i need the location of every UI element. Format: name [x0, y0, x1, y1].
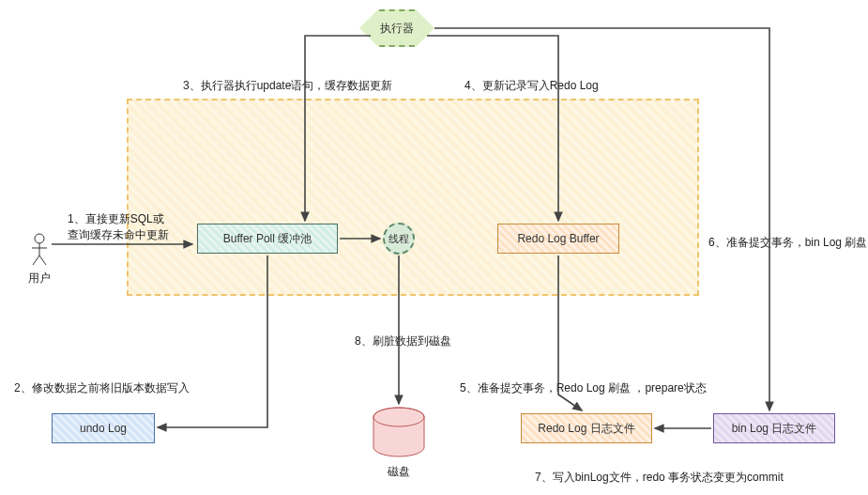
step-2-label: 2、修改数据之前将旧版本数据写入 — [14, 380, 190, 396]
redo-file-label: Redo Log 日志文件 — [538, 421, 634, 437]
step-6-label: 6、准备提交事务，bin Log 刷盘 — [708, 235, 867, 251]
redo-buffer-label: Redo Log Buffer — [517, 232, 599, 245]
buffer-pool-node: Buffer Poll 缓冲池 — [197, 224, 338, 254]
memory-area-container — [127, 99, 699, 296]
diagram-canvas: 执行器 用户 Buffer Poll 缓冲池 线程 Redo Log Buffe… — [0, 0, 868, 495]
disk-node — [371, 406, 427, 462]
step-3-label: 3、执行器执行update语句，缓存数据更新 — [183, 78, 392, 94]
executor-node: 执行器 — [359, 9, 434, 47]
undo-log-node: undo Log — [52, 413, 155, 443]
svg-point-0 — [35, 234, 44, 243]
user-actor — [30, 233, 49, 267]
bin-file-label: bin Log 日志文件 — [732, 421, 817, 437]
executor-label: 执行器 — [380, 21, 414, 37]
redo-buffer-node: Redo Log Buffer — [497, 224, 619, 254]
thread-label: 线程 — [388, 232, 409, 246]
user-label: 用户 — [28, 271, 51, 286]
step-1-label: 1、直接更新SQL或 查询缓存未命中更新 — [68, 211, 169, 243]
svg-line-3 — [33, 255, 39, 265]
disk-label: 磁盘 — [388, 464, 410, 480]
undo-log-label: undo Log — [80, 422, 127, 435]
step-8-label: 8、刷脏数据到磁盘 — [355, 333, 451, 349]
step-5-label: 5、准备提交事务，Redo Log 刷盘 ，prepare状态 — [460, 380, 707, 396]
bin-file-node: bin Log 日志文件 — [713, 413, 835, 443]
buffer-pool-label: Buffer Poll 缓冲池 — [223, 231, 312, 247]
step-4-label: 4、更新记录写入Redo Log — [464, 78, 599, 94]
redo-file-node: Redo Log 日志文件 — [521, 413, 652, 443]
thread-node: 线程 — [383, 223, 415, 255]
svg-line-4 — [39, 255, 46, 265]
step-7-label: 7、写入binLog文件，redo 事务状态变更为commit — [535, 470, 784, 486]
